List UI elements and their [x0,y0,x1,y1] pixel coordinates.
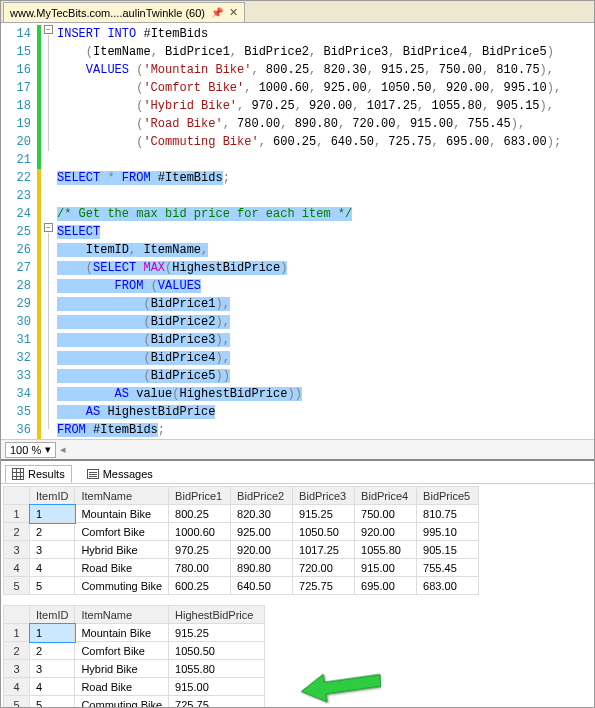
table-cell[interactable]: 905.15 [417,541,479,559]
zoom-value: 100 % [10,444,41,456]
table-cell[interactable]: 810.75 [417,505,479,523]
results-tab-bar: Results Messages [1,461,594,484]
table-cell[interactable]: Hybrid Bike [75,660,169,678]
column-header[interactable]: HighestBidPrice [169,606,265,624]
result-grid-1[interactable]: ItemIDItemNameBidPrice1BidPrice2BidPrice… [3,486,479,595]
table-cell[interactable]: 750.00 [355,505,417,523]
table-cell[interactable]: Mountain Bike [75,624,169,642]
table-cell[interactable]: 3 [30,541,75,559]
tab-results-label: Results [28,468,65,480]
table-row[interactable]: 44Road Bike915.00 [4,678,265,696]
table-cell[interactable]: 600.25 [169,577,231,595]
table-cell[interactable]: 3 [30,660,75,678]
table-cell[interactable]: Road Bike [75,678,169,696]
table-row[interactable]: 22Comfort Bike1050.50 [4,642,265,660]
table-cell[interactable]: 1 [30,624,75,642]
table-row[interactable]: 33Hybrid Bike970.25920.001017.251055.809… [4,541,479,559]
table-row[interactable]: 11Mountain Bike800.25820.30915.25750.008… [4,505,479,523]
tab-results[interactable]: Results [5,465,72,483]
table-row[interactable]: 33Hybrid Bike1055.80 [4,660,265,678]
table-cell[interactable]: 4 [30,678,75,696]
table-cell[interactable]: 1055.80 [169,660,265,678]
table-cell[interactable]: Mountain Bike [75,505,169,523]
table-row[interactable]: 11Mountain Bike915.25 [4,624,265,642]
table-cell[interactable]: 970.25 [169,541,231,559]
document-tab[interactable]: www.MyTecBits.com....aulinTwinkle (60) 📌… [3,2,245,22]
table-row[interactable]: 22Comfort Bike1000.60925.001050.50920.00… [4,523,479,541]
table-cell[interactable]: 683.00 [417,577,479,595]
collapse-toggle-icon[interactable]: − [44,25,53,34]
table-cell[interactable]: 820.30 [231,505,293,523]
column-header[interactable]: ItemName [75,606,169,624]
table-row[interactable]: 55Commuting Bike725.75 [4,696,265,708]
annotation-arrow-icon [301,666,381,706]
results-pane: Results Messages ItemIDItemNameBidPrice1… [1,459,594,707]
tab-messages[interactable]: Messages [80,465,160,483]
result-grid-2[interactable]: ItemIDItemNameHighestBidPrice11Mountain … [3,605,265,707]
table-cell[interactable]: 915.00 [169,678,265,696]
table-cell[interactable]: 915.00 [355,559,417,577]
table-cell[interactable]: 1050.50 [169,642,265,660]
chevron-down-icon: ▾ [45,443,51,456]
table-cell[interactable]: 1055.80 [355,541,417,559]
zoom-dropdown[interactable]: 100 % ▾ [5,442,56,458]
column-header[interactable]: ItemID [30,487,75,505]
table-cell[interactable]: Road Bike [75,559,169,577]
collapse-toggle-icon[interactable]: − [44,223,53,232]
outline-gutter[interactable]: − − [43,23,57,439]
table-cell[interactable]: 720.00 [293,559,355,577]
table-cell[interactable]: 800.25 [169,505,231,523]
svg-marker-0 [301,667,381,706]
table-cell[interactable]: 4 [30,559,75,577]
table-cell[interactable]: 920.00 [355,523,417,541]
table-cell[interactable]: Commuting Bike [75,696,169,708]
editor-zoom-bar: 100 % ▾ ◂ [1,439,594,459]
table-cell[interactable]: Hybrid Bike [75,541,169,559]
chevron-left-icon[interactable]: ◂ [60,443,66,456]
code-area[interactable]: INSERT INTO #ItemBids (ItemName, BidPric… [57,23,561,439]
column-header[interactable]: BidPrice1 [169,487,231,505]
table-cell[interactable]: 1017.25 [293,541,355,559]
tab-messages-label: Messages [103,468,153,480]
table-cell[interactable]: 780.00 [169,559,231,577]
table-cell[interactable]: 5 [30,696,75,708]
column-header[interactable]: BidPrice4 [355,487,417,505]
document-tab-title: www.MyTecBits.com....aulinTwinkle (60) [10,7,205,19]
column-header[interactable]: BidPrice3 [293,487,355,505]
table-cell[interactable]: 890.80 [231,559,293,577]
table-cell[interactable]: 640.50 [231,577,293,595]
messages-icon [87,469,99,479]
table-cell[interactable]: 915.25 [293,505,355,523]
table-cell[interactable]: 915.25 [169,624,265,642]
column-header[interactable]: BidPrice2 [231,487,293,505]
table-cell[interactable]: 1000.60 [169,523,231,541]
table-cell[interactable]: Comfort Bike [75,523,169,541]
table-cell[interactable]: 2 [30,523,75,541]
document-tab-bar: www.MyTecBits.com....aulinTwinkle (60) 📌… [1,1,594,23]
table-cell[interactable]: 725.75 [293,577,355,595]
table-cell[interactable]: 695.00 [355,577,417,595]
results-grids[interactable]: ItemIDItemNameBidPrice1BidPrice2BidPrice… [1,484,594,707]
table-row[interactable]: 44Road Bike780.00890.80720.00915.00755.4… [4,559,479,577]
table-cell[interactable]: 925.00 [231,523,293,541]
table-cell[interactable]: Comfort Bike [75,642,169,660]
table-row[interactable]: 55Commuting Bike600.25640.50725.75695.00… [4,577,479,595]
close-icon[interactable]: ✕ [229,6,238,19]
column-header[interactable]: ItemName [75,487,169,505]
table-cell[interactable]: 5 [30,577,75,595]
line-number-gutter: 1415161718192021222324252627282930313233… [1,23,37,439]
table-cell[interactable]: 1 [30,505,75,523]
table-cell[interactable]: 725.75 [169,696,265,708]
table-cell[interactable]: 995.10 [417,523,479,541]
table-cell[interactable]: 755.45 [417,559,479,577]
table-cell[interactable]: 2 [30,642,75,660]
table-cell[interactable]: Commuting Bike [75,577,169,595]
grid-icon [12,468,24,480]
column-header[interactable]: BidPrice5 [417,487,479,505]
table-cell[interactable]: 920.00 [231,541,293,559]
pin-icon[interactable]: 📌 [211,7,223,18]
table-cell[interactable]: 1050.50 [293,523,355,541]
column-header[interactable]: ItemID [30,606,75,624]
code-editor[interactable]: 1415161718192021222324252627282930313233… [1,23,594,439]
